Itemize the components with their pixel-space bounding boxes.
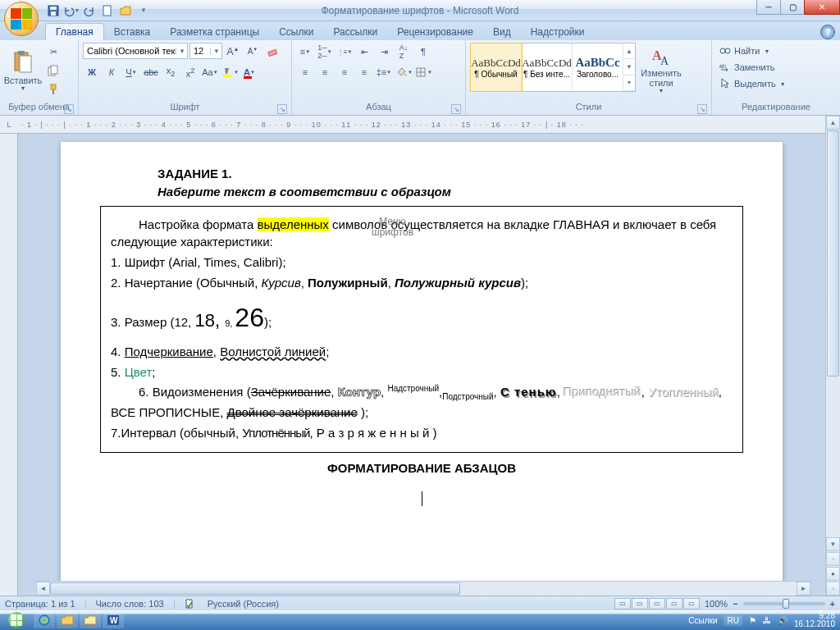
maximize-button[interactable]: ▢	[780, 0, 805, 15]
shading-button[interactable]: ▼	[395, 63, 413, 81]
cut-button[interactable]: ✂	[44, 43, 62, 61]
status-language[interactable]: Русский (Россия)	[208, 599, 279, 609]
scroll-right[interactable]: ►	[797, 582, 810, 596]
change-styles-button[interactable]: AA Изменить стили ▼	[638, 43, 684, 98]
dialog-launcher[interactable]: ↘	[277, 104, 287, 114]
tray-volume-icon[interactable]: 🔊	[778, 616, 788, 625]
subscript-button[interactable]: x2	[162, 63, 180, 81]
qat-customize[interactable]: ▼	[135, 2, 152, 19]
multilevel-button[interactable]: ⋮≡▼	[336, 43, 354, 61]
spellcheck-icon[interactable]	[185, 597, 198, 610]
document-viewport[interactable]: ЗАДАНИЕ 1. Наберите текст в соответствии…	[18, 134, 825, 596]
scroll-down[interactable]: ▼	[826, 537, 840, 551]
indent-dec-button[interactable]: ⇤	[355, 43, 373, 61]
zoom-level[interactable]: 100%	[705, 599, 728, 609]
paste-button[interactable]: Вставить ▼	[4, 43, 42, 98]
qat-save[interactable]	[45, 2, 62, 19]
highlight-button[interactable]: ▼	[221, 63, 239, 81]
tab-addins[interactable]: Надстройки	[521, 24, 595, 40]
tray-links[interactable]: Ссылки	[688, 616, 717, 625]
gallery-more[interactable]: ▾	[623, 75, 635, 91]
sort-button[interactable]: A↓Z	[395, 43, 413, 61]
format-painter-button[interactable]	[44, 80, 62, 98]
view-fullscreen[interactable]: ▭	[632, 598, 648, 609]
task-folder[interactable]	[80, 612, 101, 628]
view-outline[interactable]: ▭	[666, 598, 682, 609]
tab-insert[interactable]: Вставка	[104, 24, 161, 40]
align-center-button[interactable]: ≡	[316, 63, 334, 81]
qat-open[interactable]	[117, 2, 134, 19]
help-button[interactable]: ?	[820, 25, 835, 39]
styles-gallery[interactable]: AaBbCcDd¶ Обычный AaBbCcDd¶ Без инте... …	[470, 43, 636, 92]
align-right-button[interactable]: ≡	[336, 63, 354, 81]
underline-button[interactable]: Ч▼	[122, 63, 140, 81]
gallery-down[interactable]: ▼	[623, 59, 635, 75]
font-color-button[interactable]: A▼	[240, 63, 258, 81]
view-web[interactable]: ▭	[649, 598, 665, 609]
tab-view[interactable]: Вид	[483, 24, 521, 40]
ruler-corner[interactable]: L	[0, 116, 18, 134]
show-marks-button[interactable]: ¶	[414, 43, 432, 61]
numbering-button[interactable]: 1─2─▼	[316, 43, 334, 61]
view-print[interactable]: ▭	[614, 598, 631, 609]
grow-font-button[interactable]: A▲	[224, 43, 242, 61]
copy-button[interactable]	[44, 62, 62, 80]
qat-undo[interactable]: ▼	[63, 2, 80, 19]
style-normal[interactable]: AaBbCcDd¶ Обычный	[471, 43, 522, 91]
prev-page[interactable]: ◦	[826, 552, 840, 566]
qat-new[interactable]	[99, 2, 116, 19]
tray-network-icon[interactable]: 🖧	[763, 616, 771, 625]
tray-language[interactable]: RU	[724, 615, 742, 626]
gallery-up[interactable]: ▲	[623, 43, 635, 59]
dialog-launcher[interactable]: ↘	[697, 104, 707, 114]
scroll-up[interactable]: ▲	[826, 116, 840, 130]
zoom-slider[interactable]	[743, 602, 825, 605]
strike-button[interactable]: abc	[142, 63, 160, 81]
tab-references[interactable]: Ссылки	[269, 24, 323, 40]
superscript-button[interactable]: x2	[181, 63, 199, 81]
qat-redo[interactable]	[81, 2, 98, 19]
scroll-left[interactable]: ◄	[36, 582, 50, 596]
status-wordcount[interactable]: Число слов: 103	[96, 599, 164, 609]
minimize-button[interactable]: ─	[756, 0, 781, 15]
font-family-combo[interactable]: Calibri (Основной текст)▼	[83, 43, 188, 59]
horizontal-ruler[interactable]: · 1 · | · · · | · · · 1 · · · 2 · · · 3 …	[18, 116, 825, 134]
tab-home[interactable]: Главная	[45, 23, 104, 40]
browse-object[interactable]: ●	[826, 567, 840, 581]
change-case-button[interactable]: Aa▼	[201, 63, 219, 81]
vertical-ruler[interactable]: L	[0, 116, 18, 596]
task-word[interactable]: W	[103, 612, 124, 628]
replace-button[interactable]: abЗаменить	[716, 59, 777, 75]
horizontal-scrollbar[interactable]: ◄ ►	[36, 581, 810, 596]
task-explorer[interactable]	[57, 612, 78, 628]
bold-button[interactable]: Ж	[83, 63, 101, 81]
office-button[interactable]	[4, 2, 39, 36]
align-justify-button[interactable]: ≡	[355, 63, 373, 81]
italic-button[interactable]: К	[103, 63, 121, 81]
dialog-launcher[interactable]: ↘	[64, 104, 74, 114]
select-button[interactable]: Выделить▼	[716, 75, 788, 92]
align-left-button[interactable]: ≡	[296, 63, 314, 81]
tray-clock[interactable]: 9:2816.12.2010	[794, 612, 835, 628]
line-spacing-button[interactable]: ‡≡▼	[375, 63, 393, 81]
dialog-launcher[interactable]: ↘	[451, 104, 461, 114]
tab-pagelayout[interactable]: Разметка страницы	[160, 24, 269, 40]
task-ie[interactable]	[34, 612, 55, 628]
tab-mailings[interactable]: Рассылки	[323, 24, 387, 40]
find-button[interactable]: Найти▼	[716, 43, 772, 59]
font-size-combo[interactable]: 12▼	[189, 43, 222, 59]
view-draft[interactable]: ▭	[683, 598, 700, 609]
bullets-button[interactable]: ≡▼	[296, 43, 314, 61]
hscroll-thumb[interactable]	[50, 582, 460, 595]
zoom-in[interactable]: +	[830, 599, 835, 609]
style-heading1[interactable]: AaBbCcЗаголово...	[573, 43, 623, 91]
shrink-font-button[interactable]: A▼	[244, 43, 262, 61]
vscroll-thumb[interactable]	[827, 130, 839, 377]
status-page[interactable]: Страница: 1 из 1	[5, 599, 75, 609]
borders-button[interactable]: ▼	[414, 63, 432, 81]
zoom-knob[interactable]	[783, 599, 789, 609]
page[interactable]: ЗАДАНИЕ 1. Наберите текст в соответствии…	[61, 142, 783, 596]
close-button[interactable]: ✕	[804, 0, 840, 15]
vertical-scrollbar[interactable]: ▲ ▼ ◦ ● ◦	[825, 116, 840, 596]
clear-format-button[interactable]	[263, 43, 281, 61]
